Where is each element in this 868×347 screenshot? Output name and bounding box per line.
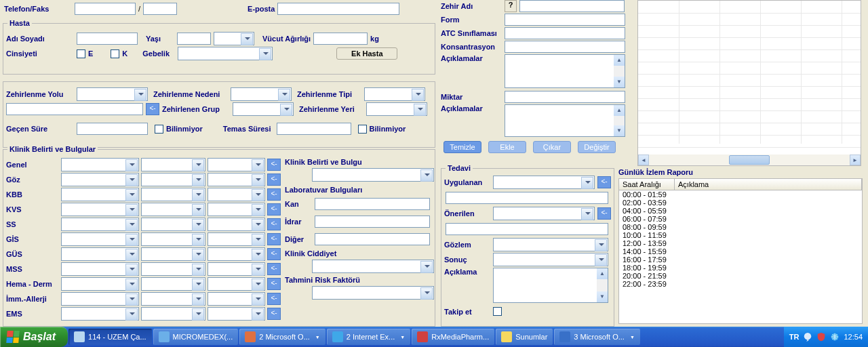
zehir-adi-input[interactable] (519, 0, 625, 12)
tray-globe-icon[interactable] (830, 332, 840, 342)
cf-combo1-3[interactable] (61, 203, 139, 216)
cf-combo2-8[interactable] (141, 277, 205, 291)
cf-arrow-7[interactable]: <- (267, 263, 281, 275)
cinsiyet-k-checkbox[interactable] (111, 49, 119, 58)
gecen-sure-input[interactable] (77, 123, 148, 135)
cf-arrow-6[interactable]: <- (267, 248, 281, 260)
cf-arrow-0[interactable]: <- (267, 159, 281, 171)
cf-combo1-9[interactable] (61, 292, 139, 306)
cf-combo2-4[interactable] (141, 218, 205, 231)
zehirlenme-tipi-combo[interactable] (364, 87, 425, 101)
zehirlenen-grup-combo[interactable] (233, 102, 294, 116)
cf-arrow-5[interactable]: <- (267, 233, 281, 245)
sonuc-combo[interactable] (493, 253, 608, 266)
cf-combo1-10[interactable] (61, 307, 139, 321)
zehirlenme-extra-arrow[interactable]: <- (146, 103, 159, 115)
yasi-input[interactable] (177, 33, 211, 45)
cf-combo2-10[interactable] (141, 307, 205, 321)
cf-arrow-2[interactable]: <- (267, 188, 281, 201)
cf-combo3-9[interactable] (208, 292, 265, 306)
cf-combo1-6[interactable] (61, 247, 139, 261)
temizle-button[interactable]: Temizle (443, 141, 481, 153)
zehirlenme-yolu-combo[interactable] (77, 87, 148, 101)
cf-combo1-1[interactable] (61, 173, 139, 186)
cf-combo1-0[interactable] (61, 158, 139, 171)
cf-combo3-0[interactable] (208, 158, 265, 171)
bilinmiyor1-checkbox[interactable] (155, 125, 163, 134)
adi-soyadi-input[interactable] (77, 33, 138, 45)
aciklama-textarea[interactable] (493, 268, 608, 303)
cf-combo3-6[interactable] (208, 247, 265, 261)
uygulanan-input[interactable] (446, 192, 608, 204)
tray-balloon-icon[interactable] (803, 332, 812, 342)
cf-combo3-7[interactable] (208, 262, 265, 276)
cf-combo2-3[interactable] (141, 203, 205, 216)
kan-input[interactable] (315, 198, 430, 210)
takip-et-checkbox[interactable] (493, 307, 502, 316)
taskbar-item-0[interactable]: 114 - UZEM Ça... (68, 329, 152, 345)
cf-combo3-1[interactable] (208, 173, 265, 186)
klinik-ciddiyet-combo[interactable] (312, 260, 434, 273)
izlem-table[interactable]: Saat Aralığı Açıklama 00:00 - 01:5902:00… (618, 178, 863, 324)
izlem-col2[interactable]: Açıklama (675, 179, 862, 190)
onerilen-input[interactable] (446, 223, 608, 235)
gebelik-combo[interactable] (178, 47, 273, 60)
start-button[interactable]: Başlat (0, 327, 68, 347)
miktar-input[interactable] (505, 91, 625, 103)
zehirlenme-nedeni-combo[interactable] (231, 87, 292, 101)
ek-hasta-button[interactable]: Ek Hasta (336, 47, 397, 60)
cinsiyet-e-checkbox[interactable] (77, 49, 85, 58)
zehirlenme-yeri-combo[interactable] (366, 102, 427, 116)
grid-hscroll[interactable]: ◄► (638, 155, 861, 165)
cf-combo1-4[interactable] (61, 218, 139, 231)
idrar-input[interactable] (315, 216, 430, 228)
cf-combo1-7[interactable] (61, 262, 139, 276)
eposta-input[interactable] (277, 3, 399, 15)
tray-clock[interactable]: 12:54 (844, 333, 863, 341)
taskbar-item-3[interactable]: 2 Internet Ex...▼ (327, 329, 410, 345)
taskbar-item-4[interactable]: RxMediaPharm... (412, 329, 494, 345)
cf-arrow-3[interactable]: <- (267, 203, 281, 216)
uygulanan-arrow[interactable]: <- (597, 176, 611, 188)
aciklamalar2-textarea[interactable] (505, 104, 625, 137)
cf-combo2-7[interactable] (141, 262, 205, 276)
cf-combo3-3[interactable] (208, 203, 265, 216)
cf-arrow-1[interactable]: <- (267, 174, 281, 186)
cf-combo1-2[interactable] (61, 188, 139, 201)
diger-input[interactable] (315, 233, 430, 245)
vucut-agirligi-input[interactable] (313, 33, 368, 45)
zehirlenme-extra-input[interactable] (6, 103, 143, 115)
cf-combo1-5[interactable] (61, 232, 139, 246)
cf-combo3-10[interactable] (208, 307, 265, 321)
taskbar-item-2[interactable]: 2 Microsoft O...▼ (239, 329, 326, 345)
cf-combo2-0[interactable] (141, 158, 205, 171)
onerilen-arrow[interactable]: <- (597, 207, 611, 220)
form-input[interactable] (505, 14, 625, 26)
ekle-button[interactable]: Ekle (488, 141, 526, 153)
cf-combo1-8[interactable] (61, 277, 139, 291)
degistir-button[interactable]: Değiştir (578, 141, 616, 153)
cf-combo3-8[interactable] (208, 277, 265, 291)
taskbar-item-6[interactable]: 3 Microsoft O...▼ (554, 329, 640, 345)
cf-arrow-9[interactable]: <- (267, 293, 281, 305)
cikar-button[interactable]: Çıkar (533, 141, 571, 153)
zehir-adi-help-button[interactable]: ? (505, 0, 517, 12)
telefon-input[interactable] (75, 3, 136, 15)
klinik-belirti-bulgu-combo[interactable] (312, 168, 434, 182)
yasi-unit-combo[interactable] (214, 32, 254, 45)
temas-suresi-input[interactable] (277, 123, 351, 135)
atc-input[interactable] (505, 27, 625, 39)
cf-arrow-8[interactable]: <- (267, 278, 281, 290)
cf-combo2-2[interactable] (141, 188, 205, 201)
tray-shield-icon[interactable] (816, 332, 826, 342)
cf-combo3-5[interactable] (208, 232, 265, 246)
tahmini-risk-combo[interactable] (312, 286, 434, 300)
konsantrasyon-input[interactable] (505, 41, 625, 53)
cf-arrow-10[interactable]: <- (267, 308, 281, 320)
gozlem-combo[interactable] (493, 238, 608, 251)
onerilen-combo[interactable] (493, 207, 595, 220)
cf-arrow-4[interactable]: <- (267, 218, 281, 230)
tray-language[interactable]: TR (789, 333, 800, 341)
cf-combo2-1[interactable] (141, 173, 205, 186)
system-tray[interactable]: TR 12:54 (784, 327, 868, 347)
